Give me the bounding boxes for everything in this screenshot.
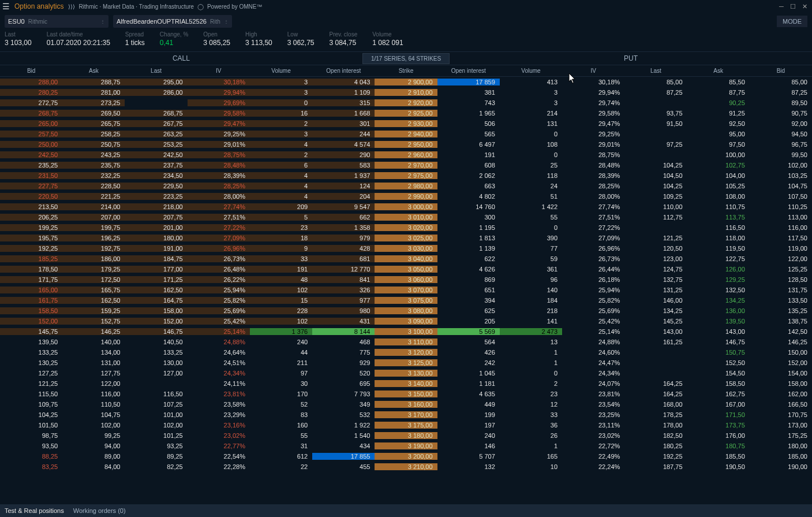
table-row[interactable]: 139,50140,00140,5024,88%2404683 110,0056… (0, 337, 812, 347)
cell: 26,22% (188, 276, 250, 283)
cell: 7 793 (312, 390, 375, 397)
cell: 133,50 (750, 297, 812, 304)
table-row[interactable]: 121,25122,0024,11%306953 140,001 181224,… (0, 378, 812, 389)
cell: 190,00 (750, 463, 812, 470)
cell: 227,75 (0, 183, 62, 189)
table-row[interactable]: 104,25104,75101,0023,29%835323 170,00199… (0, 410, 812, 420)
cell: 3 060,00 (375, 276, 437, 283)
cell: 134,25 (687, 297, 750, 304)
cell: 115,50 (0, 390, 62, 397)
cell: 290 (312, 151, 375, 158)
table-row[interactable]: 88,2589,0089,2522,54%61217 8553 200,005 … (0, 451, 812, 462)
close-button[interactable]: ✕ (799, 2, 810, 11)
cell: 235,25 (0, 162, 62, 169)
cell: 22,49% (562, 453, 624, 460)
col-put-last[interactable]: Last (624, 68, 687, 74)
minimize-button[interactable]: ─ (776, 2, 787, 11)
table-row[interactable]: 280,25281,00286,0029,94%31 1092 910,0038… (0, 87, 812, 98)
cell: 17 859 (437, 79, 500, 85)
table-row[interactable]: 185,25186,00184,7526,73%336813 040,00622… (0, 254, 812, 264)
table-row[interactable]: 242,50243,25242,5028,75%22902 960,001910… (0, 150, 812, 160)
col-call-bid[interactable]: Bid (0, 68, 62, 74)
cell: 164,25 (624, 380, 687, 387)
table-row[interactable]: 158,50159,25158,0025,69%2289803 080,0062… (0, 306, 812, 316)
cell: 90,25 (687, 99, 750, 106)
powered-text: Powered by OMNE™ (207, 3, 263, 10)
menu-icon[interactable]: ☰ (2, 2, 10, 11)
table-row[interactable]: 152,00152,75152,0025,42%1024313 090,0020… (0, 316, 812, 326)
col-put-volume[interactable]: Volume (500, 68, 562, 74)
table-row[interactable]: 115,50116,00116,5023,81%1707 7933 150,00… (0, 389, 812, 399)
col-call-ask[interactable]: Ask (62, 68, 125, 74)
cell: 134,00 (62, 349, 125, 356)
table-row[interactable]: 192,25192,75191,0026,96%94283 030,001 13… (0, 243, 812, 254)
option-chain-body[interactable]: 288,00288,75295,0030,18%34 0432 900,0017… (0, 77, 812, 493)
table-row[interactable]: 130,25131,00130,0024,51%2119293 125,0024… (0, 358, 812, 368)
table-row[interactable]: 109,75110,50107,2523,58%523493 160,00449… (0, 399, 812, 410)
cell: 59 (500, 255, 562, 262)
col-call-last[interactable]: Last (125, 68, 187, 74)
table-row[interactable]: 195,75196,25180,0027,09%189793 025,001 8… (0, 233, 812, 243)
col-put-oi[interactable]: Open interest (437, 68, 500, 74)
table-row[interactable]: 145,75146,25146,7525,14%1 3768 1443 100,… (0, 326, 812, 337)
col-call-oi[interactable]: Open interest (312, 68, 375, 74)
cell: 228,50 (62, 183, 125, 189)
table-row[interactable]: 257,50258,25263,2529,25%32442 940,005650… (0, 129, 812, 139)
cell: 301 (312, 120, 375, 127)
mode-button[interactable]: MODE (777, 16, 807, 27)
table-row[interactable]: 213,50214,00218,0027,74%2099 5473 000,00… (0, 202, 812, 212)
table-row[interactable]: 178,50179,25177,0026,48%19112 7703 050,0… (0, 264, 812, 274)
table-row[interactable]: 250,00250,75253,2529,01%44 5742 950,006 … (0, 139, 812, 150)
table-row[interactable]: 288,00288,75295,0030,18%34 0432 900,0017… (0, 77, 812, 87)
table-row[interactable]: 161,75162,50164,7525,82%159773 075,00394… (0, 295, 812, 306)
symbol-selector[interactable]: ESU0 Rithmic ⋮ (5, 15, 108, 28)
table-row[interactable]: 231,50232,25234,5028,39%41 9372 975,002 … (0, 170, 812, 181)
cell: 295,00 (125, 79, 187, 85)
cell: 27,09% (188, 235, 250, 241)
stats-bar: Last3 103,00 Last date/time01.07.2020 20… (0, 30, 812, 51)
table-row[interactable]: 98,7599,25101,2523,02%551 5403 180,00240… (0, 430, 812, 441)
table-row[interactable]: 133,25134,00133,2524,64%447753 120,00426… (0, 347, 812, 358)
table-row[interactable]: 165,00165,75162,5025,94%1023263 070,0065… (0, 285, 812, 295)
table-row[interactable]: 220,50221,25223,2528,00%42042 990,004 80… (0, 191, 812, 202)
tab-working-orders[interactable]: Working orders (0) (73, 507, 126, 514)
cell: 158,00 (750, 380, 812, 387)
table-row[interactable]: 127,25127,75127,0024,34%975203 130,001 0… (0, 368, 812, 378)
table-row[interactable]: 93,5094,0093,2522,77%314343 190,00146122… (0, 441, 812, 451)
cell: 204 (312, 193, 375, 200)
table-row[interactable]: 171,75172,50171,2526,22%488413 060,00869… (0, 274, 812, 285)
col-put-bid[interactable]: Bid (750, 68, 812, 74)
col-put-ask[interactable]: Ask (687, 68, 750, 74)
table-row[interactable]: 268,75269,50268,7529,58%161 6682 925,001… (0, 108, 812, 118)
tab-positions[interactable]: Test & Real positions (5, 507, 64, 514)
cell: 27,74% (188, 203, 250, 210)
cell: 36 (500, 422, 562, 429)
maximize-button[interactable]: ☐ (788, 2, 798, 11)
cell: 77 (500, 245, 562, 252)
cell: 28,48% (188, 162, 250, 169)
cell: 26 (500, 432, 562, 439)
table-row[interactable]: 199,25199,75201,0027,22%231 3583 020,001… (0, 222, 812, 233)
col-call-volume[interactable]: Volume (250, 68, 312, 74)
col-put-iv[interactable]: IV (562, 68, 624, 74)
col-call-iv[interactable]: IV (188, 68, 250, 74)
account-selector[interactable]: AlfredBeardenOUPTRIAL52526 Rith ⋮ (113, 15, 232, 28)
cell: 29,58% (562, 110, 624, 117)
table-row[interactable]: 265,00265,75267,7529,47%23012 930,005061… (0, 118, 812, 129)
stat-label: Open (203, 31, 230, 38)
series-selector[interactable]: 1/17 SERIES, 64 STRIKES (362, 53, 450, 64)
cell: 268,75 (125, 110, 187, 117)
table-row[interactable]: 83,2584,0082,2522,28%224553 210,00132102… (0, 462, 812, 472)
table-row[interactable]: 272,75273,2529,69%03152 920,00743329,74%… (0, 98, 812, 108)
cell: 158,50 (687, 380, 750, 387)
table-row[interactable]: 227,75228,50229,5028,25%41242 980,006632… (0, 181, 812, 191)
cell: 171,50 (687, 411, 750, 418)
table-row[interactable]: 235,25235,75237,7528,48%65832 970,006082… (0, 160, 812, 170)
cell: 184 (500, 297, 562, 304)
table-row[interactable]: 101,50102,00102,0023,16%1601 9223 175,00… (0, 420, 812, 430)
cell: 3 150,00 (375, 390, 437, 397)
cell: 138,75 (750, 318, 812, 325)
table-row[interactable]: 206,25207,00207,7527,51%56623 010,003005… (0, 212, 812, 222)
cell: 3 110,00 (375, 339, 437, 345)
col-strike[interactable]: Strike (375, 68, 437, 74)
